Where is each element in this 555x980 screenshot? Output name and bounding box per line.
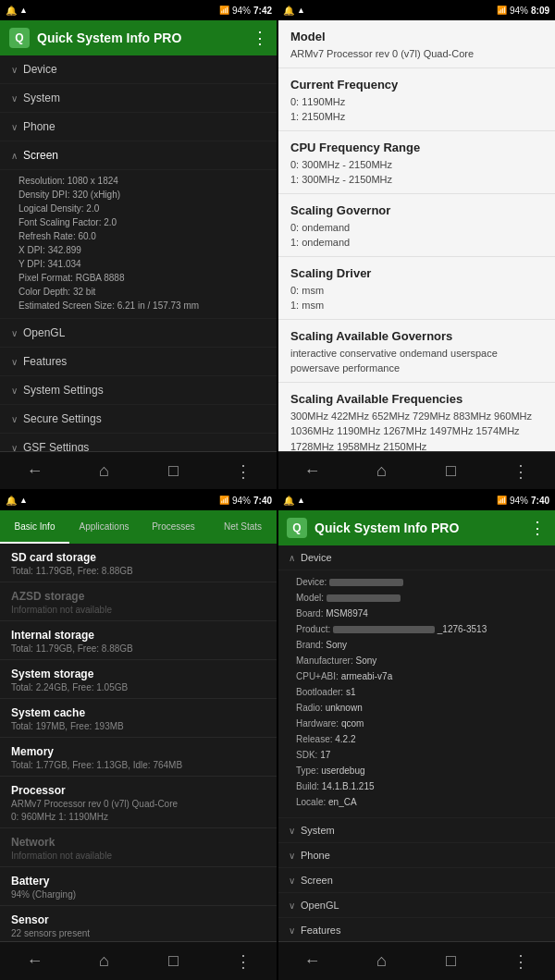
nav-item-screen[interactable]: ∧ Screen	[0, 141, 278, 170]
app-title-br: Quick System Info PRO	[314, 521, 522, 535]
nav-item-opengl[interactable]: ∨ OpenGL	[0, 319, 278, 348]
nav-label-secure-settings: Secure Settings	[23, 412, 102, 425]
tab-bar: Basic Info Applications Processes Net St…	[0, 510, 278, 544]
home-button-tr[interactable]: ⌂	[364, 453, 401, 490]
nav-opengl-br[interactable]: ∨ OpenGL	[278, 893, 555, 918]
info-internal-title: Internal storage	[11, 629, 266, 642]
home-button-br[interactable]: ⌂	[364, 943, 401, 980]
nav-item-gsf-settings[interactable]: ∨ GSF Settings	[0, 434, 278, 451]
model-redacted	[327, 594, 401, 602]
cpu-popup: Model ARMv7 Processor rev 0 (v7l) Quad-C…	[278, 20, 555, 451]
tab-processes[interactable]: Processes	[139, 510, 208, 544]
back-button-tr[interactable]: ←	[294, 453, 331, 490]
recents-button-br[interactable]: □	[433, 943, 470, 980]
chevron-screen: ∧	[11, 151, 18, 161]
time-bl: 7:40	[253, 496, 272, 506]
nav-bar-br: ← ⌂ □ ⋮	[278, 941, 555, 980]
info-battery: Battery 94% (Charging)	[0, 867, 278, 906]
options-button-br[interactable]: ⋮	[502, 943, 539, 980]
home-button[interactable]: ⌂	[86, 453, 123, 490]
top-left-panel: 🔔 ▲ 📶 94% 7:42 Q Quick System Info PRO ⋮…	[0, 0, 278, 490]
sync-icon-bl: ▲	[19, 496, 28, 505]
chevron-system-settings: ∨	[11, 386, 18, 396]
back-button-bl[interactable]: ←	[17, 943, 54, 980]
recents-button-bl[interactable]: □	[155, 943, 192, 980]
nav-item-phone[interactable]: ∨ Phone	[0, 113, 278, 141]
app-title: Quick System Info PRO	[37, 31, 244, 45]
chevron-features: ∨	[11, 357, 18, 367]
time-text: 7:42	[253, 6, 272, 16]
nav-label-gsf-settings: GSF Settings	[23, 441, 89, 451]
battery-tr: 94%	[510, 6, 528, 16]
info-sd-sub: Total: 11.79GB, Free: 8.88GB	[11, 565, 266, 578]
nav-item-system[interactable]: ∨ System	[0, 84, 278, 113]
popup-freq-title: Current Frequency	[290, 78, 542, 92]
menu-button-br[interactable]: ⋮	[529, 518, 546, 538]
tab-net-stats[interactable]: Net Stats	[208, 510, 278, 544]
recents-button-tr[interactable]: □	[433, 453, 470, 490]
menu-button[interactable]: ⋮	[252, 28, 268, 48]
back-button[interactable]: ←	[17, 453, 54, 490]
info-battery-title: Battery	[11, 875, 266, 888]
popup-freq: Current Frequency 0: 1190MHz1: 2150MHz	[278, 68, 555, 131]
field-brand: Brand: Sony	[296, 637, 544, 653]
info-processor: Processor ARMv7 Processor rev 0 (v7l) Qu…	[0, 777, 278, 828]
info-memory-title: Memory	[11, 745, 266, 758]
nav-label-system-br: System	[301, 825, 335, 836]
popup-freq-value: 0: 1190MHz1: 2150MHz	[290, 94, 542, 125]
info-sensor-sub: 22 sensors present	[11, 927, 266, 940]
popup-model-value: ARMv7 Processor rev 0 (v7l) Quad-Core	[290, 46, 542, 62]
device-info-content: ∧ Device Device: Model: Board: MSM8974 P…	[278, 545, 555, 941]
popup-freq-range-value: 0: 300MHz - 2150MHz1: 300MHz - 2150MHz	[290, 157, 542, 188]
chevron-opengl-br: ∨	[289, 900, 295, 911]
field-board: Board: MSM8974	[296, 606, 544, 621]
sync-icon-br: ▲	[297, 496, 305, 505]
status-left-br: 🔔 ▲	[283, 496, 305, 506]
nav-label-screen-br: Screen	[301, 875, 333, 886]
info-system-cache: System cache Total: 197MB, Free: 193MB	[0, 699, 278, 738]
info-system-cache-sub: Total: 197MB, Free: 193MB	[11, 720, 266, 733]
tab-basic-info[interactable]: Basic Info	[0, 510, 69, 544]
locale-val: en_CA	[328, 797, 357, 807]
nav-system-br[interactable]: ∨ System	[278, 818, 555, 843]
nav-phone-br[interactable]: ∨ Phone	[278, 843, 555, 868]
popup-gov: Scaling Governor 0: ondemand1: ondemand	[278, 194, 555, 257]
battery-bl: 94%	[232, 496, 251, 506]
field-radio: Radio: unknown	[296, 700, 544, 716]
options-button[interactable]: ⋮	[225, 453, 262, 490]
radio-val: unknown	[326, 703, 363, 713]
nav-label-device-br: Device	[301, 552, 332, 563]
vertical-divider-bottom	[277, 490, 278, 980]
back-button-br[interactable]: ←	[294, 943, 331, 980]
popup-avail-gov: Scaling Available Governors interactive …	[278, 320, 555, 383]
tab-applications[interactable]: Applications	[69, 510, 139, 544]
home-button-bl[interactable]: ⌂	[86, 943, 123, 980]
options-button-bl[interactable]: ⋮	[225, 943, 262, 980]
field-release: Release: 4.2.2	[296, 731, 544, 747]
info-system-cache-title: System cache	[11, 706, 266, 719]
screen-font-scaling: Font Scaling Factor: 2.0	[18, 215, 259, 229]
nav-device-br[interactable]: ∧ Device	[278, 545, 555, 570]
field-cpu-abi: CPU+ABI: armeabi-v7a	[296, 668, 544, 684]
info-internal-sub: Total: 11.79GB, Free: 8.88GB	[11, 643, 266, 655]
nav-screen-br[interactable]: ∨ Screen	[278, 868, 555, 893]
nav-label-phone: Phone	[23, 120, 56, 133]
info-system-storage-title: System storage	[11, 668, 266, 680]
info-network-sub: Information not available	[11, 850, 266, 863]
battery-text: 94%	[232, 6, 251, 16]
nav-item-secure-settings[interactable]: ∨ Secure Settings	[0, 405, 278, 434]
screen-density: Density DPI: 320 (xHigh)	[18, 188, 259, 202]
nav-item-features[interactable]: ∨ Features	[0, 348, 278, 376]
nav-item-device[interactable]: ∨ Device	[0, 55, 278, 84]
nav-item-system-settings[interactable]: ∨ System Settings	[0, 376, 278, 405]
device-fields: Device: Model: Board: MSM8974 Product: _…	[278, 570, 555, 818]
chevron-secure-settings: ∨	[11, 414, 18, 424]
nav-features-br[interactable]: ∨ Features	[278, 918, 555, 941]
field-build: Build: 14.1.B.1.215	[296, 778, 544, 794]
signal-icon: 📶	[219, 6, 229, 15]
board-val: MSM8974	[326, 608, 368, 619]
recents-button[interactable]: □	[155, 453, 192, 490]
notif-icon-bl: 🔔	[6, 496, 17, 506]
options-button-tr[interactable]: ⋮	[502, 453, 539, 490]
popup-gov-title: Scaling Governor	[290, 203, 542, 217]
